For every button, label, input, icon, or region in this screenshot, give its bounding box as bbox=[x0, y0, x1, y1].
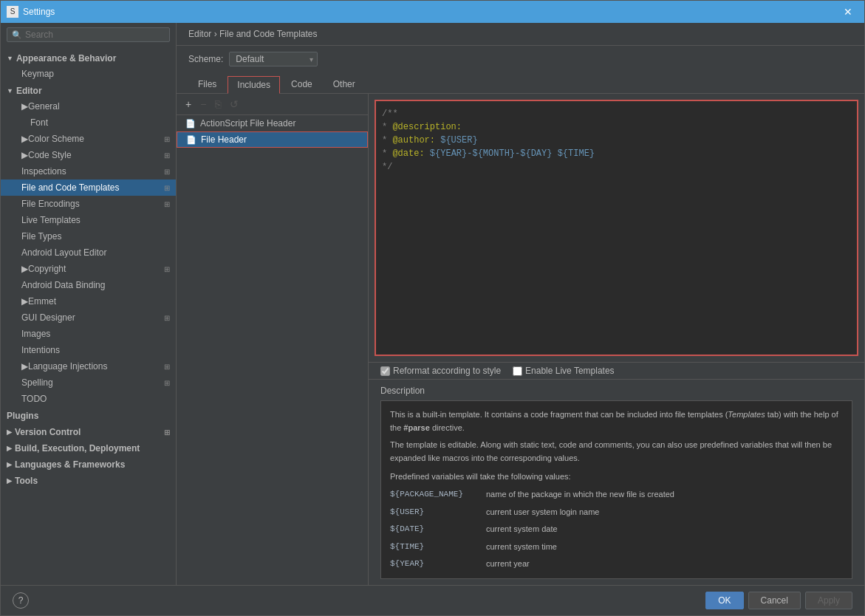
sidebar-label-filetypes: File Types bbox=[21, 231, 61, 242]
code-line-5: */ bbox=[382, 160, 851, 174]
sidebar-item-androidlayout[interactable]: Android Layout Editor bbox=[1, 244, 176, 261]
sidebar-item-plugins[interactable]: Plugins bbox=[1, 407, 176, 423]
remove-button[interactable]: − bbox=[197, 97, 209, 112]
sidebar-label-spelling: Spelling bbox=[21, 377, 53, 388]
var-desc-time: current system time bbox=[486, 541, 557, 554]
sidebar-label-inspections: Inspections bbox=[21, 166, 66, 177]
code-annotation: @date: bbox=[392, 148, 424, 159]
live-templates-checkbox[interactable] bbox=[513, 366, 522, 376]
sidebar-label-general: General bbox=[28, 101, 60, 112]
sidebar-item-images[interactable]: Images bbox=[1, 326, 176, 342]
sidebar-item-guidesigner[interactable]: GUI Designer ⊞ bbox=[1, 309, 176, 326]
dialog-body: 🔍 ▼ Appearance & Behavior Keymap ▼ Edito… bbox=[1, 23, 864, 615]
desc-text1: This is a built-in template. It contains… bbox=[390, 410, 728, 419]
badge-icon-langinjections: ⊞ bbox=[164, 363, 170, 371]
sidebar-item-emmet[interactable]: ▶ Emmet bbox=[1, 293, 176, 309]
code-line-1: /** bbox=[382, 107, 851, 120]
desc-predefined-label: Predefined variables will take the follo… bbox=[390, 472, 571, 481]
scheme-select[interactable]: Default Project bbox=[229, 52, 318, 66]
var-name-year: ${YEAR} bbox=[390, 558, 486, 571]
expand-icon-colorscheme: ▶ bbox=[21, 134, 28, 144]
sidebar-label-codestyle: Code Style bbox=[28, 150, 72, 160]
sidebar-item-spelling[interactable]: Spelling ⊞ bbox=[1, 374, 176, 391]
var-desc-date: current system date bbox=[486, 523, 558, 536]
file-item-label-actionscript: ActionScript File Header bbox=[200, 118, 295, 129]
var-name-time: ${TIME} bbox=[390, 541, 486, 554]
desc-bold: #parse bbox=[403, 423, 429, 432]
sidebar-label-versioncontrol: Version Control bbox=[15, 427, 81, 437]
cancel-button[interactable]: Cancel bbox=[748, 592, 801, 609]
code-text: /** bbox=[382, 109, 398, 119]
desc-text3: directive. bbox=[430, 423, 465, 432]
code-editor[interactable]: /** * @description: * @author: ${USER} *… bbox=[375, 100, 858, 356]
search-box[interactable]: 🔍 bbox=[7, 27, 170, 42]
description-para1: This is a built-in template. It contains… bbox=[390, 408, 843, 434]
sidebar-item-fileandcode[interactable]: File and Code Templates ⊞ bbox=[1, 179, 176, 196]
sidebar-item-filetypes[interactable]: File Types bbox=[1, 228, 176, 244]
sidebar-item-editor[interactable]: ▼ Editor bbox=[1, 82, 176, 98]
sidebar-item-tools[interactable]: ▶ Tools bbox=[1, 472, 176, 488]
sidebar-item-font[interactable]: Font bbox=[1, 114, 176, 131]
sidebar-item-fileencodings[interactable]: File Encodings ⊞ bbox=[1, 196, 176, 212]
sidebar-item-languages[interactable]: ▶ Languages & Frameworks bbox=[1, 456, 176, 472]
description-box: This is a built-in template. It contains… bbox=[380, 400, 852, 579]
live-templates-label: Enable Live Templates bbox=[525, 366, 615, 376]
sidebar-item-keymap[interactable]: Keymap bbox=[1, 66, 176, 82]
sidebar-item-colorscheme[interactable]: ▶ Color Scheme ⊞ bbox=[1, 131, 176, 147]
ok-button[interactable]: OK bbox=[705, 592, 743, 609]
expand-icon-codestyle: ▶ bbox=[21, 150, 28, 160]
reset-button[interactable]: ↺ bbox=[227, 97, 242, 112]
file-item-actionscript[interactable]: 📄 ActionScript File Header bbox=[177, 115, 368, 131]
file-item-fileheader[interactable]: 📄 File Header bbox=[177, 131, 368, 148]
file-list-panel: + − ⎘ ↺ 📄 ActionScript File Header 📄 bbox=[177, 94, 369, 585]
expand-icon-langinjections: ▶ bbox=[21, 361, 28, 372]
sidebar-label-appearance: Appearance & Behavior bbox=[16, 53, 116, 64]
sidebar-item-intentions[interactable]: Intentions bbox=[1, 342, 176, 358]
file-icon-fileheader: 📄 bbox=[186, 135, 196, 145]
var-name-package: ${PACKAGE_NAME} bbox=[390, 488, 486, 502]
sidebar-item-copyright[interactable]: ▶ Copyright ⊞ bbox=[1, 261, 176, 277]
sidebar-item-buildexecution[interactable]: ▶ Build, Execution, Deployment bbox=[1, 439, 176, 456]
desc-italic: Templates bbox=[728, 410, 765, 419]
sidebar-item-todo[interactable]: TODO bbox=[1, 391, 176, 407]
code-annotation: @author: bbox=[392, 135, 435, 146]
sidebar-label-languages: Languages & Frameworks bbox=[15, 459, 125, 470]
help-button[interactable]: ? bbox=[13, 592, 29, 609]
code-text: * bbox=[382, 148, 392, 159]
reformat-checkbox[interactable] bbox=[380, 366, 390, 376]
badge-icon-vc: ⊞ bbox=[164, 428, 170, 437]
expand-icon-lang: ▶ bbox=[7, 461, 12, 468]
sidebar-item-codestyle[interactable]: ▶ Code Style ⊞ bbox=[1, 147, 176, 163]
badge-icon-codestyle: ⊞ bbox=[164, 151, 170, 160]
expand-icon: ▼ bbox=[7, 55, 13, 62]
sidebar-item-appearance[interactable]: ▼ Appearance & Behavior bbox=[1, 49, 176, 66]
description-panel: Description This is a built-in template.… bbox=[369, 379, 864, 585]
var-name-user: ${USER} bbox=[390, 506, 486, 519]
search-input[interactable] bbox=[25, 30, 165, 40]
tab-other[interactable]: Other bbox=[324, 75, 365, 93]
sidebar-item-inspections[interactable]: Inspections ⊞ bbox=[1, 163, 176, 179]
file-icon-actionscript: 📄 bbox=[185, 119, 196, 129]
sidebar-item-androiddatabinding[interactable]: Android Data Binding bbox=[1, 277, 176, 293]
sidebar-item-general[interactable]: ▶ General bbox=[1, 98, 176, 114]
sidebar-label-androidlayout: Android Layout Editor bbox=[21, 247, 106, 258]
title-bar: S Settings ✕ bbox=[1, 1, 864, 23]
add-button[interactable]: + bbox=[182, 97, 194, 112]
app-icon: S bbox=[7, 6, 18, 18]
close-button[interactable]: ✕ bbox=[838, 1, 858, 22]
tab-files[interactable]: Files bbox=[188, 75, 226, 93]
apply-button[interactable]: Apply bbox=[805, 592, 852, 609]
sidebar-item-langinjections[interactable]: ▶ Language Injections ⊞ bbox=[1, 358, 176, 374]
expand-icon-general: ▶ bbox=[21, 101, 28, 112]
badge-icon-guidesigner: ⊞ bbox=[164, 314, 170, 322]
sidebar-item-versioncontrol[interactable]: ▶ Version Control ⊞ bbox=[1, 423, 176, 439]
sidebar-item-livetemplates[interactable]: Live Templates bbox=[1, 212, 176, 228]
tab-code[interactable]: Code bbox=[281, 75, 322, 93]
sidebar-label-guidesigner: GUI Designer bbox=[21, 312, 75, 323]
badge-icon-copyright: ⊞ bbox=[164, 265, 170, 273]
tab-includes[interactable]: Includes bbox=[228, 76, 280, 94]
var-desc-user: current user system login name bbox=[486, 506, 599, 519]
copy-button[interactable]: ⎘ bbox=[212, 97, 224, 112]
file-list: 📄 ActionScript File Header 📄 File Header bbox=[177, 115, 368, 585]
expand-icon-vc: ▶ bbox=[7, 428, 12, 436]
